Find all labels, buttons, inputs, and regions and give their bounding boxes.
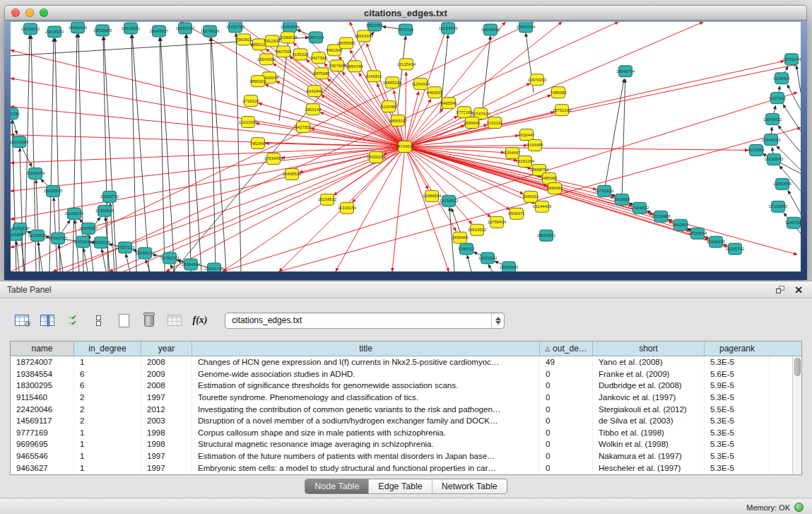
float-panel-button[interactable]	[774, 284, 787, 296]
graph-node[interactable]: 18054544	[688, 228, 707, 239]
table-cell[interactable]: 2	[74, 392, 141, 404]
graph-node[interactable]: 17969822	[630, 202, 649, 214]
graph-node[interactable]: 9245012	[458, 243, 475, 255]
insert-column-button[interactable]	[37, 310, 58, 331]
graph-node[interactable]: 18751315	[553, 105, 572, 116]
table-cell[interactable]: 1998	[141, 438, 192, 450]
graph-node[interactable]: 19565683	[93, 25, 112, 36]
graph-node[interactable]: 18948794	[616, 66, 635, 77]
graph-node[interactable]: 11254349	[411, 78, 430, 90]
graph-node[interactable]: 8549371	[508, 208, 525, 219]
table-cell[interactable]: 5.5E-5	[705, 403, 770, 415]
column-header-title[interactable]: title	[192, 341, 540, 356]
table-row[interactable]: 1872400712008Changes of HCN gene express…	[11, 356, 792, 368]
table-cell[interactable]: 6	[74, 380, 141, 392]
graph-node[interactable]: 18300295	[367, 151, 386, 163]
graph-node[interactable]: 3572315	[397, 24, 414, 35]
graph-node[interactable]: 9777169	[456, 107, 473, 118]
graph-node[interactable]: 9115460	[381, 101, 398, 112]
graph-node[interactable]: 9154499	[526, 140, 543, 151]
graph-node[interactable]: 19245702	[726, 243, 745, 255]
delete-table-button[interactable]	[139, 310, 160, 331]
graph-node[interactable]: 9146821	[365, 71, 382, 82]
column-header-year[interactable]: year	[141, 341, 192, 356]
graph-node[interactable]: 11082556	[773, 178, 792, 189]
table-cell[interactable]: 5.3E-5	[705, 427, 770, 439]
graph-node[interactable]: 7963822	[235, 34, 252, 45]
table-cell[interactable]: 9463627	[11, 462, 74, 474]
table-cell[interactable]: Corpus callosum shape and size in male p…	[192, 427, 540, 439]
graph-node[interactable]: 7857224	[307, 32, 324, 43]
graph-node[interactable]: 19012905	[11, 136, 29, 148]
graph-node[interactable]: 10974393	[528, 74, 547, 86]
graph-node[interactable]: 13144409	[533, 201, 552, 212]
column-header-pagerank[interactable]: pagerank	[705, 341, 770, 356]
table-cell[interactable]: 1	[74, 450, 141, 462]
table-row[interactable]: 911546021997Tourette syndrome. Phenomeno…	[11, 392, 792, 404]
column-header-out-degree[interactable]: △ out_de…	[540, 341, 593, 356]
graph-node[interactable]: 2967608	[329, 60, 346, 71]
graph-node[interactable]: 20643817	[150, 25, 169, 37]
graph-node[interactable]: 18384564	[182, 259, 201, 270]
graph-node[interactable]: 8215953	[748, 145, 765, 156]
table-cell[interactable]: 5.3E-5	[705, 438, 770, 450]
graph-node[interactable]: 9129966	[773, 73, 790, 84]
table-cell[interactable]: Tibbo et al. (1998)	[593, 427, 705, 439]
network-canvas[interactable]: 1403557220815373169614261956568312610651…	[11, 22, 801, 271]
table-cell[interactable]: 1998	[141, 427, 192, 439]
graph-node[interactable]: 20815373	[45, 26, 64, 37]
table-cell[interactable]: 0	[540, 462, 593, 474]
table-cell[interactable]: 49	[540, 356, 593, 368]
graph-node[interactable]: 12444153	[762, 134, 781, 146]
graph-node[interactable]: 9046330	[11, 108, 20, 119]
graph-node[interactable]: 7952648	[249, 138, 266, 149]
graph-node[interactable]: 11316154	[338, 202, 357, 214]
table-cell[interactable]: Tourette syndrome. Phenomenology and cla…	[192, 392, 540, 404]
tab-network-table[interactable]: Network Table	[432, 479, 507, 493]
graph-node[interactable]: 16219488	[652, 211, 671, 222]
graph-node[interactable]: 8136328	[292, 49, 309, 60]
graph-node[interactable]: 17534491	[264, 153, 283, 164]
graph-node[interactable]: 18724007	[396, 141, 415, 153]
graph-node[interactable]: 16958107	[136, 247, 155, 259]
table-cell[interactable]: 1	[74, 438, 141, 450]
graph-node[interactable]: 5049321	[522, 191, 539, 202]
zoom-window-button[interactable]	[40, 8, 48, 17]
table-cell[interactable]: Disruption of a novel member of a sodium…	[192, 415, 540, 427]
table-cell[interactable]: Yano et al. (2008)	[593, 356, 705, 368]
table-cell[interactable]: 9465546	[11, 450, 74, 462]
table-cell[interactable]: 0	[540, 427, 593, 439]
table-cell[interactable]: 0	[540, 392, 593, 404]
graph-node[interactable]: 17359928	[95, 205, 114, 216]
table-cell[interactable]: 2009	[141, 368, 192, 380]
column-header-name[interactable]: name	[11, 341, 74, 356]
table-cell[interactable]: 0	[540, 403, 593, 415]
table-cell[interactable]: de Silva et al. (2003)	[593, 415, 705, 427]
graph-node[interactable]: 9890321	[249, 76, 266, 87]
graph-node[interactable]: 11451944	[73, 236, 93, 247]
table-cell[interactable]: 9777169	[11, 427, 74, 439]
graph-node[interactable]: 12093822	[763, 114, 782, 125]
table-cell[interactable]: 2	[74, 403, 141, 415]
graph-node[interactable]: 11152760	[226, 22, 245, 33]
table-row[interactable]: 946554611997Estimation of the future num…	[11, 450, 792, 462]
graph-node[interactable]: 9827509	[275, 46, 292, 57]
table-row[interactable]: 2242004622012Investigating the contribut…	[11, 403, 792, 415]
table-cell[interactable]: Nakamura et al. (1997)	[593, 450, 705, 462]
graph-node[interactable]: 9862897	[672, 219, 689, 230]
table-cell[interactable]: 0	[540, 368, 593, 380]
table-cell[interactable]: Structural magnetic resonance image aver…	[192, 438, 540, 450]
graph-node[interactable]: 10653287	[176, 23, 195, 34]
graph-node[interactable]: 19154532	[440, 195, 459, 206]
close-window-button[interactable]	[11, 8, 20, 17]
table-cell[interactable]: Hescheler et al. (1997)	[593, 462, 705, 474]
graph-node[interactable]: 25266059	[26, 168, 45, 179]
graph-node[interactable]: 16791920	[595, 185, 614, 197]
graph-node[interactable]: 18384563	[500, 262, 519, 271]
table-cell[interactable]: 1997	[141, 450, 192, 462]
table-cell[interactable]: 2003	[141, 415, 192, 427]
table-cell[interactable]: 1	[74, 427, 141, 439]
table-scrollbar[interactable]	[792, 356, 801, 474]
graph-node[interactable]: 15524354	[355, 30, 374, 42]
table-cell[interactable]: 0	[540, 450, 593, 462]
